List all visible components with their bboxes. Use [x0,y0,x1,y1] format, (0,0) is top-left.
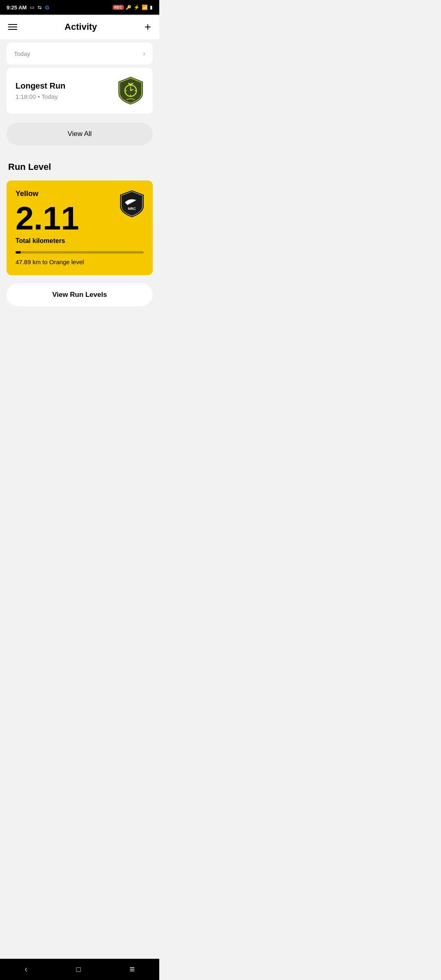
run-level-section-title: Run Level [0,154,159,177]
card-info: Longest Run 1:18:00 • Today [16,81,65,100]
cast-icon: ⇆ [38,4,42,10]
run-level-card: NRC Yellow 2.11 Total kilometers 47.89 k… [7,180,153,275]
bluetooth-icon: ⚡ [134,4,140,10]
rec-badge: REC [113,5,124,10]
view-all-button[interactable]: View All [7,122,153,145]
timer-shield-badge [118,76,144,105]
partial-card-arrow: › [143,49,145,58]
run-level-progress-text: 47.89 km to Orange level [16,258,144,265]
menu-button[interactable] [8,24,17,30]
progress-bar [16,251,144,254]
section-spacer [0,151,159,154]
partial-card-text: Today [14,50,30,57]
key-icon: 🔑 [126,5,131,10]
partial-top-card[interactable]: Today › [7,42,153,65]
status-bar: 9:25 AM ▭ ⇆ G REC 🔑 ⚡ 📶 ▮ [0,0,159,15]
status-time: 9:25 AM [7,4,27,11]
app-header: Activity + [0,15,159,39]
svg-rect-8 [128,83,130,84]
progress-bar-fill [16,251,21,254]
bottom-spacer [0,316,159,341]
status-icons: REC 🔑 ⚡ 📶 ▮ [113,4,153,10]
run-level-unit-label: Total kilometers [16,237,144,245]
battery-icon: ▮ [150,4,153,10]
svg-rect-9 [131,83,133,84]
card-subtitle: 1:18:00 • Today [16,93,65,100]
view-run-levels-button[interactable]: View Run Levels [7,283,153,306]
card-title: Longest Run [16,81,65,91]
status-left: 9:25 AM ▭ ⇆ G [7,4,49,11]
longest-run-card: Longest Run 1:18:00 • Today [7,68,153,114]
svg-text:NRC: NRC [128,207,136,211]
wifi-icon: 📶 [142,4,148,10]
nrc-shield-badge: NRC [119,189,145,218]
google-icon: G [45,4,49,11]
add-button[interactable]: + [145,20,151,33]
video-icon: ▭ [30,4,34,10]
page-title: Activity [65,22,97,32]
